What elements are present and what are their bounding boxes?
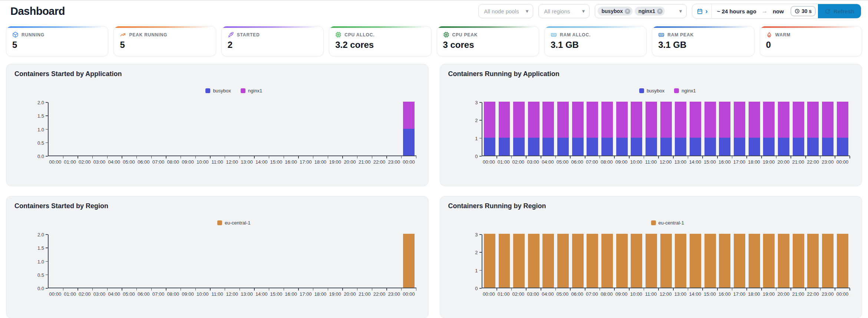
bar-segment-nginx1 (587, 102, 598, 138)
card-body: PEAK RUNNING5 (114, 28, 215, 56)
plot-area (48, 102, 416, 156)
bar-segment-busybox (484, 138, 495, 155)
y-tick-label: 1 (475, 135, 478, 141)
x-tick-label: 19:00 (328, 159, 343, 165)
memory-icon (551, 32, 557, 38)
x-tick-mark (254, 156, 255, 158)
bar-segment-nginx1 (793, 102, 804, 138)
bar-segment-busybox (719, 138, 730, 155)
refresh-interval-button[interactable]: 30 s (791, 6, 816, 16)
bar-segment-nginx1 (807, 102, 819, 138)
legend-item-busybox: busybox (205, 88, 231, 94)
x-tick-label: 20:00 (776, 291, 791, 297)
x-tick-mark (77, 288, 78, 291)
x-tick-mark (600, 156, 600, 158)
chart-legend: eu-central-1 (482, 220, 854, 226)
legend-label: nginx1 (248, 88, 262, 94)
bar-segment-nginx1 (690, 102, 701, 138)
bar-segment-eu-central-1 (660, 234, 672, 288)
regions-select[interactable]: All regions ▾ (538, 4, 590, 18)
bar-segment-eu-central-1 (499, 234, 510, 288)
stacked-bar (587, 102, 598, 155)
x-tick-label: 20:00 (343, 291, 357, 297)
stacked-bar (528, 102, 539, 155)
bar-slot (196, 235, 211, 288)
card-body: RAM ALLOC.3.1 GB (545, 28, 646, 56)
x-tick-mark (195, 156, 196, 158)
bar-slot (78, 235, 93, 288)
x-tick-label: 15:00 (703, 159, 717, 165)
x-tick-label: 01:00 (496, 291, 511, 297)
stacked-bar (646, 234, 657, 288)
bar-slot (732, 235, 747, 288)
x-tick-label: 13:00 (240, 291, 254, 297)
x-tick-label: 22:00 (372, 159, 387, 165)
bar-segment-eu-central-1 (403, 234, 415, 288)
stat-value: 5 (12, 40, 102, 50)
bar-slot (614, 102, 629, 155)
trending-up-icon (120, 32, 126, 38)
bar-slot (254, 102, 269, 155)
x-tick-label: 07:00 (585, 291, 600, 297)
remove-chip-icon[interactable]: ✕ (625, 9, 630, 14)
bar-slot (210, 102, 225, 155)
refresh-button[interactable]: Refresh (818, 4, 861, 18)
x-tick-mark (820, 156, 821, 158)
cpu-icon (443, 32, 449, 38)
bar-slot (166, 235, 181, 288)
x-tick-mark (92, 156, 93, 158)
bar-segment-busybox (660, 138, 672, 155)
header-controls: All node pools ▾ All regions ▾ busybox ✕… (478, 4, 861, 19)
stacked-bar (719, 234, 730, 288)
x-tick-label: 00:00 (482, 159, 496, 165)
stat-value: 2 (228, 40, 317, 50)
bar-slot (387, 102, 402, 155)
x-tick-mark (805, 288, 806, 291)
calendar-button[interactable]: › (692, 4, 712, 18)
node-pools-select[interactable]: All node pools ▾ (478, 4, 533, 18)
stacked-bar (557, 102, 569, 155)
stat-card-started: STARTED2 (221, 26, 324, 56)
bar-segment-eu-central-1 (807, 234, 819, 288)
bar-slot (762, 102, 776, 155)
x-tick-label: 14:00 (688, 159, 703, 165)
y-tick-label: 2 (475, 118, 478, 123)
bar-slot (747, 235, 762, 288)
x-tick-label: 09:00 (614, 291, 629, 297)
x-tick-mark (746, 156, 747, 158)
stat-label: RUNNING (22, 32, 44, 37)
time-from-button[interactable]: ~ 24 hours ago (712, 8, 762, 14)
bar-slot (703, 102, 717, 155)
stacked-bar (660, 234, 672, 288)
bar-segment-nginx1 (484, 102, 495, 138)
stacked-bar (601, 102, 613, 155)
bar-segment-eu-central-1 (587, 234, 598, 288)
stat-cards-row: RUNNING5PEAK RUNNING5STARTED2CPU ALLOC.3… (6, 26, 862, 56)
bar-slot (240, 235, 255, 288)
x-tick-mark (526, 156, 527, 158)
time-to-button[interactable]: now (768, 8, 789, 14)
stat-value: 3 cores (443, 40, 533, 50)
calendar-icon (697, 8, 703, 14)
flame-icon (766, 32, 772, 38)
x-tick-mark (416, 156, 417, 158)
x-tick-mark (791, 156, 791, 158)
bar-segment-busybox (587, 138, 598, 155)
chevron-right-icon[interactable]: › (705, 7, 707, 14)
x-tick-mark (570, 156, 571, 158)
applications-multiselect[interactable]: busybox ✕ nginx1 ✕ ▾ (595, 4, 687, 18)
x-tick-mark (357, 288, 358, 291)
stacked-bar (807, 234, 819, 288)
x-tick-label: 17:00 (298, 291, 313, 297)
x-tick-mark (240, 156, 240, 158)
x-tick-label: 09:00 (181, 291, 195, 297)
card-header: RAM ALLOC. (551, 32, 640, 38)
x-tick-label: 20:00 (776, 159, 791, 165)
y-tick-label: 2.0 (37, 100, 44, 105)
remove-chip-icon[interactable]: ✕ (657, 9, 663, 14)
x-tick-mark (776, 156, 777, 158)
stacked-bar (513, 234, 525, 288)
legend-swatch (205, 88, 210, 93)
legend-swatch (241, 88, 245, 93)
legend-item-eu-central-1: eu-central-1 (651, 220, 684, 226)
